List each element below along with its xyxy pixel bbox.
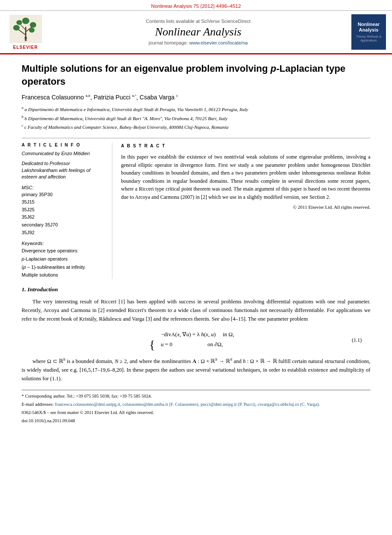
communicated-by: Communicated by Enzo Mitidieri <box>22 151 106 156</box>
main-content: Multiple solutions for an eigenvalue pro… <box>0 54 392 433</box>
issn-fn: 0362-546X/$ – see front matter © 2011 El… <box>22 409 370 417</box>
nla-logo-subtitle: Theory, Methods &Applications <box>356 35 382 42</box>
svg-point-5 <box>13 25 19 31</box>
intro-paragraph-2: where Ω ⊂ ℝN is a bounded domain, N ≥ 2,… <box>22 357 370 383</box>
homepage-link[interactable]: www.elsevier.com/locate/na <box>189 40 248 45</box>
sciverse-line: Contents lists available at SciVerse Sci… <box>49 19 347 24</box>
equation-number: (1.1) <box>340 337 362 344</box>
homepage-label: journal homepage: <box>149 40 188 45</box>
svg-point-7 <box>16 20 22 25</box>
then-word: then <box>221 170 230 176</box>
keywords-values: Divergence type operators p-Laplacian op… <box>22 247 106 279</box>
nla-logo: NonlinearAnalysis Theory, Methods &Appli… <box>351 14 386 50</box>
sciverse-label-text: Contents lists available at SciVerse Sci… <box>146 19 250 24</box>
abstract-title: A B S T R A C T <box>121 143 370 150</box>
affiliations: a a Dipartimento di Matematica e Informa… <box>22 105 370 131</box>
section-title-text: Introduction <box>28 286 58 293</box>
elsevier-brand-text: ELSEVIER <box>13 45 38 50</box>
msc-primary-label: primary <box>22 192 38 197</box>
email-label: E-mail addresses: <box>22 402 54 407</box>
msc-secondary-label: secondary <box>22 222 44 227</box>
banner-center: Contents lists available at SciVerse Sci… <box>49 19 347 45</box>
copyright-notice: © 2011 Elsevier Ltd. All rights reserved… <box>121 204 370 211</box>
affiliation-a: a a Dipartimento di Matematica e Informa… <box>22 105 370 113</box>
journal-banner: ELSEVIER Contents lists available at Sci… <box>0 11 392 54</box>
info-abstract-section: A R T I C L E I N F O Communicated by En… <box>22 138 370 279</box>
abstract-text: In this paper we establish the existence… <box>121 153 370 201</box>
keywords-section: Keywords: Divergence type operators p-La… <box>22 241 106 279</box>
elsevier-tree-icon <box>10 14 42 44</box>
corresponding-author-fn: * Corresponding author. Tel.: +39 075 58… <box>22 393 370 400</box>
msc-values: primary 35P30 35J15 35J25 35J62 secondar… <box>22 191 106 237</box>
doi-fn: doi:10.1016/j.na.2011.09.048 <box>22 417 370 425</box>
article-title: Multiple solutions for an eigenvalue pro… <box>22 62 370 88</box>
journal-title: Nonlinear Analysis <box>49 25 347 38</box>
elsevier-logo: ELSEVIER <box>6 14 45 50</box>
authors-line: Francesca Colasuonno a,b, Patrizia Pucci… <box>22 94 370 101</box>
equation-brace-icon: { <box>149 338 155 351</box>
dedicated-to: Dedicated to Professor Lakshmikantham wi… <box>22 160 106 180</box>
article-info-column: A R T I C L E I N F O Communicated by En… <box>22 143 112 279</box>
intro-paragraph-1: The very interesting result of Ricceri [… <box>22 297 370 323</box>
equation-1-1: { −divA(x, ∇u) = λ h(x, u) in Ω, u = 0 o… <box>22 329 370 351</box>
nla-logo-title: NonlinearAnalysis <box>358 22 380 33</box>
keywords-label: Keywords: <box>22 241 106 246</box>
msc-label: MSC: <box>22 185 106 190</box>
affiliation-c: c c Faculty of Mathematics and Computer … <box>22 123 370 131</box>
article-info-title: A R T I C L E I N F O <box>22 143 106 147</box>
journal-citation: Nonlinear Analysis 75 (2012) 4496–4512 <box>0 0 392 11</box>
svg-point-8 <box>22 18 29 24</box>
equation-cases: −divA(x, ∇u) = λ h(x, u) in Ω, u = 0 on … <box>161 329 234 350</box>
svg-point-10 <box>24 37 27 39</box>
email-fn: E-mail addresses: francesca.colasuonno@d… <box>22 401 370 408</box>
svg-point-6 <box>29 22 36 28</box>
journal-homepage: journal homepage: www.elsevier.com/locat… <box>49 40 347 45</box>
eq-line-2: u = 0 on ∂Ω, <box>161 339 234 349</box>
msc-section: MSC: primary 35P30 35J15 35J25 35J62 sec… <box>22 185 106 237</box>
svg-point-9 <box>29 28 35 32</box>
footnote-area: * Corresponding author. Tel.: +39 075 58… <box>22 390 370 424</box>
section-number: 1. <box>22 286 26 293</box>
eq-line-1: −divA(x, ∇u) = λ h(x, u) in Ω, <box>161 329 234 339</box>
email-link[interactable]: francesca.colasuonno@dmi.unipg.it, colas… <box>55 402 320 407</box>
abstract-column: A B S T R A C T In this paper we establi… <box>121 143 370 279</box>
section-1-heading: 1. Introduction <box>22 286 370 293</box>
affiliation-b: b b Dipartimento di Matematica, Universi… <box>22 114 370 122</box>
equation-content: { −divA(x, ∇u) = λ h(x, u) in Ω, u = 0 o… <box>43 329 340 351</box>
